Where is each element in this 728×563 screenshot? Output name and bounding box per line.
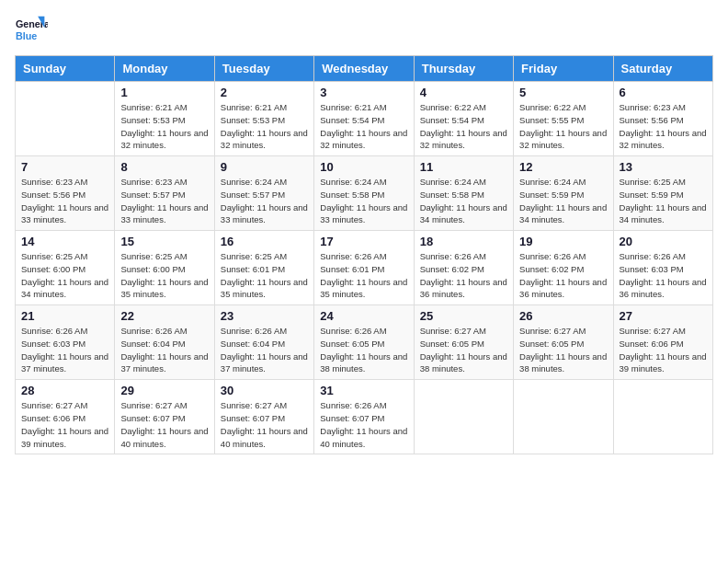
week-row-3: 14Sunrise: 6:25 AMSunset: 6:00 PMDayligh… — [16, 231, 713, 305]
day-number: 14 — [21, 235, 108, 248]
day-cell: 27Sunrise: 6:27 AMSunset: 6:06 PMDayligh… — [613, 305, 712, 380]
day-cell: 19Sunrise: 6:26 AMSunset: 6:02 PMDayligh… — [514, 231, 613, 305]
day-info: Sunrise: 6:25 AMSunset: 6:00 PMDaylight:… — [21, 250, 108, 301]
day-cell: 28Sunrise: 6:27 AMSunset: 6:06 PMDayligh… — [16, 380, 115, 454]
day-number: 11 — [420, 160, 507, 174]
day-info: Sunrise: 6:27 AMSunset: 6:05 PMDaylight:… — [420, 325, 507, 375]
day-number: 21 — [21, 309, 108, 323]
day-number: 12 — [519, 160, 607, 174]
day-info: Sunrise: 6:21 AMSunset: 5:53 PMDaylight:… — [120, 101, 208, 152]
header-saturday: Saturday — [613, 56, 712, 82]
day-info: Sunrise: 6:25 AMSunset: 6:00 PMDaylight:… — [120, 250, 208, 301]
header-wednesday: Wednesday — [314, 56, 414, 82]
day-cell — [414, 380, 513, 454]
day-cell: 2Sunrise: 6:21 AMSunset: 5:53 PMDaylight… — [214, 82, 313, 156]
day-cell: 16Sunrise: 6:25 AMSunset: 6:01 PMDayligh… — [214, 231, 313, 305]
page-header: GeneralBlue — [15, 15, 713, 48]
day-cell: 1Sunrise: 6:21 AMSunset: 5:53 PMDaylight… — [115, 82, 214, 156]
day-number: 18 — [420, 235, 507, 248]
day-number: 30 — [221, 384, 308, 397]
day-cell: 26Sunrise: 6:27 AMSunset: 6:05 PMDayligh… — [514, 305, 613, 380]
header-row: SundayMondayTuesdayWednesdayThursdayFrid… — [16, 56, 713, 82]
day-info: Sunrise: 6:27 AMSunset: 6:07 PMDaylight:… — [120, 399, 208, 450]
day-cell: 5Sunrise: 6:22 AMSunset: 5:55 PMDaylight… — [514, 82, 613, 156]
day-info: Sunrise: 6:26 AMSunset: 6:04 PMDaylight:… — [120, 325, 208, 375]
day-info: Sunrise: 6:23 AMSunset: 5:56 PMDaylight:… — [620, 101, 707, 152]
day-cell: 12Sunrise: 6:24 AMSunset: 5:59 PMDayligh… — [514, 156, 613, 231]
svg-text:Blue: Blue — [16, 30, 37, 41]
day-number: 20 — [620, 235, 707, 248]
week-row-1: 1Sunrise: 6:21 AMSunset: 5:53 PMDaylight… — [16, 82, 713, 156]
day-cell: 21Sunrise: 6:26 AMSunset: 6:03 PMDayligh… — [16, 305, 115, 380]
day-info: Sunrise: 6:26 AMSunset: 6:03 PMDaylight:… — [21, 325, 108, 375]
day-cell: 17Sunrise: 6:26 AMSunset: 6:01 PMDayligh… — [314, 231, 414, 305]
day-cell: 15Sunrise: 6:25 AMSunset: 6:00 PMDayligh… — [115, 231, 214, 305]
day-cell: 10Sunrise: 6:24 AMSunset: 5:58 PMDayligh… — [314, 156, 414, 231]
day-cell: 9Sunrise: 6:24 AMSunset: 5:57 PMDaylight… — [214, 156, 313, 231]
day-info: Sunrise: 6:26 AMSunset: 6:02 PMDaylight:… — [519, 250, 607, 301]
day-cell: 29Sunrise: 6:27 AMSunset: 6:07 PMDayligh… — [115, 380, 214, 454]
day-cell: 18Sunrise: 6:26 AMSunset: 6:02 PMDayligh… — [414, 231, 513, 305]
day-info: Sunrise: 6:21 AMSunset: 5:53 PMDaylight:… — [221, 101, 308, 152]
day-number: 22 — [120, 309, 208, 323]
day-number: 8 — [120, 160, 208, 174]
day-info: Sunrise: 6:24 AMSunset: 5:58 PMDaylight:… — [320, 176, 407, 226]
day-number: 5 — [519, 86, 607, 99]
day-number: 15 — [120, 235, 208, 248]
day-info: Sunrise: 6:23 AMSunset: 5:57 PMDaylight:… — [120, 176, 208, 226]
week-row-5: 28Sunrise: 6:27 AMSunset: 6:06 PMDayligh… — [16, 380, 713, 454]
day-number: 23 — [221, 309, 308, 323]
header-friday: Friday — [514, 56, 613, 82]
day-info: Sunrise: 6:22 AMSunset: 5:55 PMDaylight:… — [519, 101, 607, 152]
day-cell — [16, 82, 115, 156]
day-cell: 3Sunrise: 6:21 AMSunset: 5:54 PMDaylight… — [314, 82, 414, 156]
day-info: Sunrise: 6:24 AMSunset: 5:58 PMDaylight:… — [420, 176, 507, 226]
day-number: 9 — [221, 160, 308, 174]
day-number: 13 — [620, 160, 707, 174]
day-info: Sunrise: 6:27 AMSunset: 6:06 PMDaylight:… — [620, 325, 707, 375]
day-cell: 8Sunrise: 6:23 AMSunset: 5:57 PMDaylight… — [115, 156, 214, 231]
day-cell: 24Sunrise: 6:26 AMSunset: 6:05 PMDayligh… — [314, 305, 414, 380]
day-number: 19 — [519, 235, 607, 248]
day-number: 17 — [320, 235, 407, 248]
day-number: 26 — [519, 309, 607, 323]
day-cell: 4Sunrise: 6:22 AMSunset: 5:54 PMDaylight… — [414, 82, 513, 156]
day-info: Sunrise: 6:25 AMSunset: 6:01 PMDaylight:… — [221, 250, 308, 301]
day-number: 29 — [120, 384, 208, 397]
day-info: Sunrise: 6:22 AMSunset: 5:54 PMDaylight:… — [420, 101, 507, 152]
day-info: Sunrise: 6:23 AMSunset: 5:56 PMDaylight:… — [21, 176, 108, 226]
day-info: Sunrise: 6:24 AMSunset: 5:57 PMDaylight:… — [221, 176, 308, 226]
day-info: Sunrise: 6:27 AMSunset: 6:06 PMDaylight:… — [21, 399, 108, 450]
day-number: 24 — [320, 309, 407, 323]
day-cell: 14Sunrise: 6:25 AMSunset: 6:00 PMDayligh… — [16, 231, 115, 305]
day-info: Sunrise: 6:26 AMSunset: 6:04 PMDaylight:… — [221, 325, 308, 375]
day-info: Sunrise: 6:26 AMSunset: 6:02 PMDaylight:… — [420, 250, 507, 301]
day-number: 16 — [221, 235, 308, 248]
day-number: 10 — [320, 160, 407, 174]
day-info: Sunrise: 6:27 AMSunset: 6:05 PMDaylight:… — [519, 325, 607, 375]
header-thursday: Thursday — [414, 56, 513, 82]
day-info: Sunrise: 6:26 AMSunset: 6:05 PMDaylight:… — [320, 325, 407, 375]
day-number: 1 — [120, 86, 208, 99]
day-number: 25 — [420, 309, 507, 323]
day-cell: 25Sunrise: 6:27 AMSunset: 6:05 PMDayligh… — [414, 305, 513, 380]
day-number: 3 — [320, 86, 407, 99]
day-number: 6 — [620, 86, 707, 99]
day-cell: 6Sunrise: 6:23 AMSunset: 5:56 PMDaylight… — [613, 82, 712, 156]
day-info: Sunrise: 6:21 AMSunset: 5:54 PMDaylight:… — [320, 101, 407, 152]
header-monday: Monday — [115, 56, 214, 82]
day-cell: 31Sunrise: 6:26 AMSunset: 6:07 PMDayligh… — [314, 380, 414, 454]
day-cell: 11Sunrise: 6:24 AMSunset: 5:58 PMDayligh… — [414, 156, 513, 231]
day-cell: 22Sunrise: 6:26 AMSunset: 6:04 PMDayligh… — [115, 305, 214, 380]
day-info: Sunrise: 6:26 AMSunset: 6:07 PMDaylight:… — [320, 399, 407, 450]
day-info: Sunrise: 6:26 AMSunset: 6:01 PMDaylight:… — [320, 250, 407, 301]
day-number: 2 — [221, 86, 308, 99]
day-number: 7 — [21, 160, 108, 174]
day-cell: 23Sunrise: 6:26 AMSunset: 6:04 PMDayligh… — [214, 305, 313, 380]
day-cell: 7Sunrise: 6:23 AMSunset: 5:56 PMDaylight… — [16, 156, 115, 231]
day-number: 4 — [420, 86, 507, 99]
day-cell — [514, 380, 613, 454]
week-row-4: 21Sunrise: 6:26 AMSunset: 6:03 PMDayligh… — [16, 305, 713, 380]
logo-icon: GeneralBlue — [15, 15, 48, 48]
week-row-2: 7Sunrise: 6:23 AMSunset: 5:56 PMDaylight… — [16, 156, 713, 231]
